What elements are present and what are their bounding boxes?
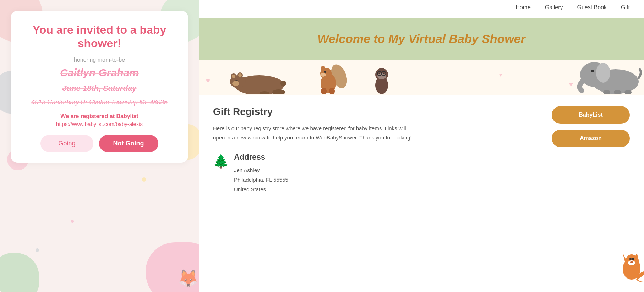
dot-5 (36, 248, 39, 252)
svg-point-38 (629, 258, 632, 260)
registry-link: https://www.babylist.com/baby-alexis (25, 121, 174, 127)
left-panel: 🦊 You are invited to a baby shower! hono… (0, 0, 199, 292)
tree-icon: 🌲 (213, 154, 229, 169)
heart-3: ♥ (499, 72, 502, 78)
nav-gift[interactable]: Gift (621, 4, 630, 11)
registry-label: We are registered at Babylist (25, 113, 174, 120)
svg-point-6 (232, 81, 239, 86)
svg-point-24 (379, 73, 380, 74)
svg-point-13 (321, 66, 325, 71)
svg-rect-31 (614, 90, 621, 94)
address-city: Philadelphia, FL 55555 (234, 175, 288, 184)
svg-point-40 (630, 261, 633, 263)
heart-1: ♥ (206, 77, 210, 85)
address-section: 🌲 Address Jen Ashley Philadelphia, FL 55… (213, 153, 530, 194)
address-body: Jen Ashley Philadelphia, FL 55555 United… (234, 165, 288, 194)
hero-title: Welcome to My Virtual Baby Shower (206, 32, 637, 46)
address-name: Jen Ashley (234, 165, 288, 175)
heart-4: ♥ (569, 80, 573, 88)
address-details: Address Jen Ashley Philadelphia, FL 5555… (234, 153, 288, 194)
invite-name: Caitlyn Graham (25, 67, 174, 79)
squirrel-animal (312, 62, 348, 95)
gift-registry-title: Gift Registry (213, 106, 530, 117)
invite-date: June 18th, Saturday (25, 84, 174, 93)
address-title: Address (234, 153, 288, 162)
blob-bottom-right (146, 242, 199, 292)
bear-animal (227, 66, 291, 95)
babylist-button[interactable]: BabyList (552, 106, 630, 124)
not-going-button[interactable]: Not Going (99, 135, 158, 152)
svg-point-28 (596, 63, 610, 83)
svg-point-5 (238, 73, 242, 77)
invite-address: 4013 Canterbury Dr Clinton Township Mi, … (25, 98, 174, 107)
gift-registry-body: Here is our baby registry store where we… (213, 124, 419, 142)
svg-point-9 (280, 81, 286, 86)
svg-point-3 (232, 75, 235, 78)
svg-rect-32 (624, 90, 632, 94)
invite-title: You are invited to a baby shower! (25, 23, 174, 50)
right-bottom-decoration (573, 239, 644, 292)
svg-point-39 (632, 258, 634, 260)
nav-gallery[interactable]: Gallery (545, 4, 563, 11)
right-panel: Home Gallery Guest Book Gift Welcome to … (199, 0, 644, 292)
svg-point-25 (383, 73, 384, 74)
content-left-column: Gift Registry Here is our baby registry … (213, 106, 530, 285)
svg-point-15 (324, 71, 326, 73)
navigation-bar: Home Gallery Guest Book Gift (199, 0, 644, 15)
hero-banner: Welcome to My Virtual Baby Shower (199, 18, 644, 60)
monkey-animal (369, 62, 394, 95)
dot-4 (71, 220, 74, 223)
address-country: United States (234, 184, 288, 194)
rsvp-buttons: Going Not Going (25, 135, 174, 152)
nav-guestbook[interactable]: Guest Book (577, 4, 607, 11)
fox-icon: 🦊 (178, 269, 199, 288)
svg-point-29 (591, 70, 594, 72)
invite-card: You are invited to a baby shower! honori… (11, 11, 188, 163)
animals-strip: ♥ ♥ ♥ ♥ (199, 60, 644, 95)
dot-3 (142, 177, 146, 182)
invite-subtitle: honoring mom-to-be (25, 57, 174, 63)
nav-home[interactable]: Home (515, 4, 531, 11)
elephant-right (573, 60, 644, 95)
going-button[interactable]: Going (40, 135, 93, 152)
svg-rect-30 (603, 90, 610, 94)
svg-point-14 (320, 73, 326, 77)
amazon-button[interactable]: Amazon (552, 130, 630, 147)
blob-bottom-left (0, 253, 39, 292)
